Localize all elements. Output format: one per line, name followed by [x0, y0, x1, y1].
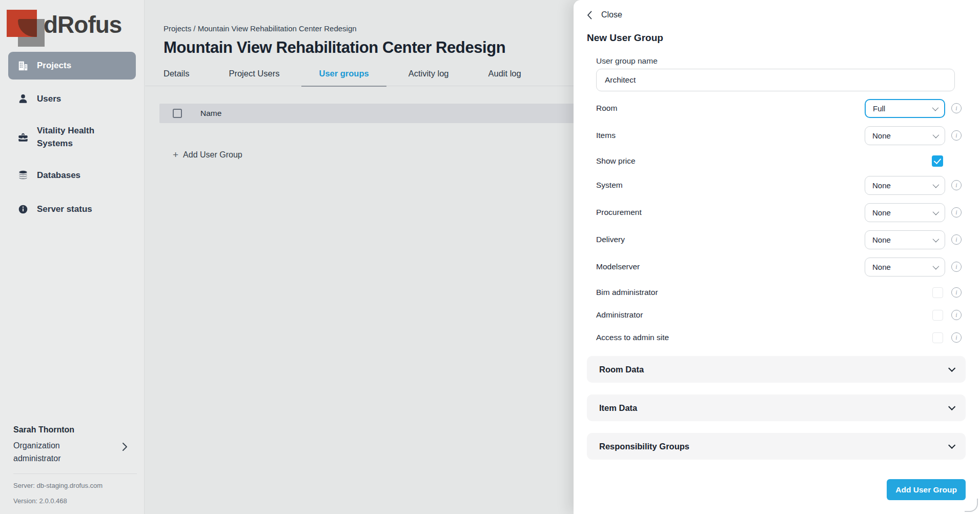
access-admin-site-checkbox[interactable] [932, 332, 943, 343]
user-group-name-input[interactable] [596, 69, 955, 91]
tab-user-groups[interactable]: User groups [319, 69, 369, 78]
sidebar-item-label: Vitality Health Systems [37, 125, 119, 150]
panel-title: New User Group [587, 32, 966, 44]
close-button[interactable]: Close [587, 10, 622, 19]
sidebar-item-users[interactable]: Users [8, 87, 136, 111]
chevron-down-icon [948, 365, 955, 372]
sidebar-item-label: Users [37, 93, 61, 106]
select-value: Full [873, 104, 932, 113]
info-icon[interactable]: i [951, 332, 962, 343]
section-label: Room Data [599, 365, 948, 374]
add-user-group-link[interactable]: + Add User Group [173, 150, 242, 160]
administrator-checkbox[interactable] [932, 310, 943, 321]
drofus-logo: dRofus [7, 10, 140, 47]
select-value: None [872, 263, 933, 271]
select-all-checkbox[interactable] [173, 109, 182, 118]
select-value: None [872, 208, 933, 217]
server-label: Server: db-staging.drofus.com [13, 482, 137, 489]
row-label: Modelserver [596, 262, 865, 271]
database-icon [17, 170, 29, 181]
table-header-row: Name [159, 104, 590, 123]
user-icon [17, 93, 29, 105]
info-icon[interactable]: i [951, 234, 962, 245]
delivery-select[interactable]: None [865, 230, 945, 249]
select-value: None [872, 235, 933, 244]
room-select[interactable]: Full [865, 99, 945, 118]
close-label: Close [601, 10, 622, 19]
form-row-bim-administrator: Bim administrator i [596, 285, 962, 300]
form-row-items: Items None i [596, 125, 962, 146]
sidebar-item-label: Databases [37, 169, 80, 182]
sidebar-item-server-status[interactable]: Server status [8, 197, 136, 222]
form-row-room: Room Full i [596, 98, 962, 118]
version-label: Version: 2.0.0.468 [13, 497, 137, 505]
row-label: Procurement [596, 208, 865, 217]
sidebar-item-label: Projects [37, 60, 71, 72]
chevron-left-icon [587, 11, 592, 19]
form-row-administrator: Administrator i [596, 308, 962, 322]
chevron-down-icon [933, 208, 940, 215]
chevron-right-icon [122, 442, 128, 451]
plus-icon: + [173, 150, 178, 160]
sidebar-footer: Sarah Thornton Organization administrato… [0, 425, 144, 514]
user-role: Organization administrator [13, 439, 95, 465]
logo-wordmark: dRofus [44, 11, 121, 38]
chevron-down-icon [948, 442, 955, 449]
info-icon[interactable]: i [951, 130, 962, 141]
sidebar-item-label: Server status [37, 203, 92, 216]
info-icon[interactable]: i [951, 207, 962, 218]
form-row-modelserver: Modelserver None i [596, 256, 962, 277]
chevron-down-icon [933, 181, 940, 188]
chevron-down-icon [948, 403, 955, 410]
section-label: Responsibility Groups [599, 442, 948, 451]
chevron-down-icon [933, 263, 940, 269]
form-row-show-price: Show price [596, 154, 962, 168]
tab-activity-log[interactable]: Activity log [409, 69, 449, 78]
info-icon[interactable]: i [951, 262, 962, 272]
form-row-delivery: Delivery None i [596, 229, 962, 250]
info-icon[interactable]: i [951, 310, 962, 320]
form-row-procurement: Procurement None i [596, 202, 962, 223]
row-label: Room [596, 104, 865, 113]
add-user-group-link-label: Add User Group [183, 150, 242, 160]
panel-corner-decoration [965, 499, 978, 512]
bim-administrator-checkbox[interactable] [932, 287, 943, 298]
tab-details[interactable]: Details [164, 69, 189, 78]
add-user-group-button[interactable]: Add User Group [887, 479, 966, 500]
footer-divider [13, 473, 137, 474]
section-room-data[interactable]: Room Data [587, 356, 966, 383]
user-name: Sarah Thornton [13, 425, 137, 434]
select-value: None [872, 131, 933, 140]
chevron-down-icon [932, 104, 939, 111]
procurement-select[interactable]: None [865, 203, 945, 222]
items-select[interactable]: None [865, 126, 945, 145]
modelserver-select[interactable]: None [865, 258, 945, 276]
info-icon[interactable]: i [951, 180, 962, 190]
sidebar-item-projects[interactable]: Projects [8, 52, 136, 80]
row-label: System [596, 181, 865, 190]
briefcase-icon [17, 132, 29, 143]
tab-project-users[interactable]: Project Users [229, 69, 279, 78]
section-responsibility-groups[interactable]: Responsibility Groups [587, 433, 966, 460]
show-price-checkbox[interactable] [932, 155, 943, 167]
select-value: None [872, 181, 933, 190]
row-label: Administrator [596, 310, 865, 320]
sidebar-item-organization[interactable]: Vitality Health Systems [8, 125, 136, 150]
row-label: Delivery [596, 235, 865, 244]
info-icon[interactable]: i [951, 287, 962, 298]
sidebar: dRofus Projects Users Vitality Health Sy… [0, 0, 145, 514]
section-item-data[interactable]: Item Data [587, 394, 966, 421]
info-circle-icon [17, 204, 29, 215]
info-icon[interactable]: i [951, 103, 962, 113]
new-user-group-panel: Close New User Group User group name Roo… [574, 0, 980, 514]
tab-audit-log[interactable]: Audit log [488, 69, 521, 78]
user-group-form: User group name Room Full i Items None i [587, 56, 966, 345]
sidebar-item-databases[interactable]: Databases [8, 163, 136, 188]
form-row-system: System None i [596, 175, 962, 195]
row-label: Bim administrator [596, 288, 865, 297]
form-row-access-admin-site: Access to admin site i [596, 330, 962, 345]
chevron-down-icon [933, 131, 940, 138]
system-select[interactable]: None [865, 176, 945, 195]
user-role-row[interactable]: Organization administrator [13, 439, 137, 465]
section-label: Item Data [599, 403, 948, 413]
